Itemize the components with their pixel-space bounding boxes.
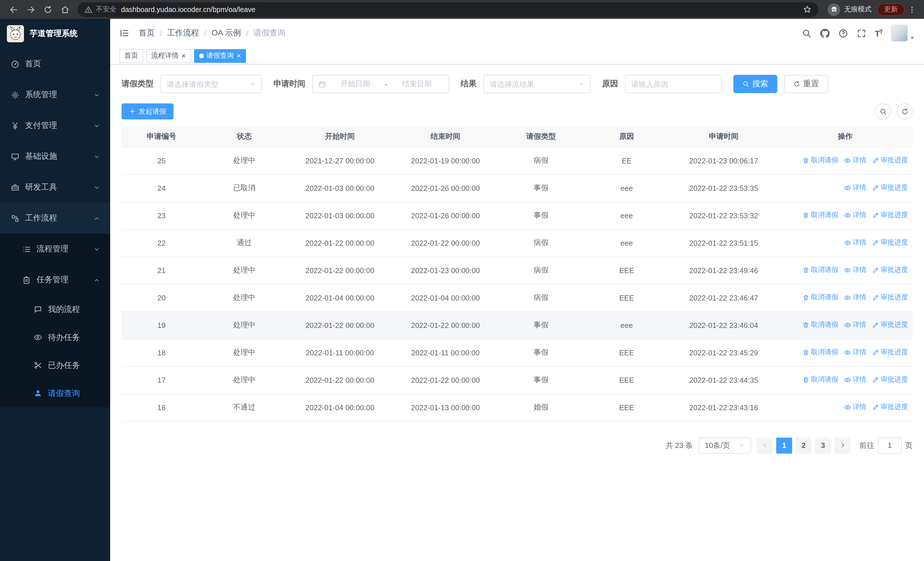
user-menu[interactable] bbox=[891, 24, 915, 42]
create-leave-label: 发起请假 bbox=[139, 107, 166, 116]
result-select-input[interactable] bbox=[490, 80, 576, 88]
action-progress-link[interactable]: 审批进度 bbox=[872, 293, 908, 302]
prev-page-button[interactable] bbox=[757, 437, 773, 453]
header-search-button[interactable] bbox=[802, 28, 811, 38]
start-date-placeholder[interactable]: 开始日期 bbox=[329, 79, 381, 89]
page-button-2[interactable]: 2 bbox=[796, 437, 812, 453]
action-detail-link[interactable]: 详情 bbox=[844, 211, 866, 220]
action-progress-link[interactable]: 审批进度 bbox=[872, 265, 908, 275]
cell-start-time: 2022-01-03 00:00:00 bbox=[287, 202, 393, 229]
action-detail-link[interactable]: 详情 bbox=[844, 375, 866, 385]
action-progress-link[interactable]: 审批进度 bbox=[872, 183, 908, 193]
security-chip[interactable]: 不安全 bbox=[84, 5, 116, 14]
page-size-value[interactable] bbox=[705, 441, 736, 450]
action-detail-link[interactable]: 详情 bbox=[844, 320, 866, 330]
tab-home[interactable]: 首页 bbox=[119, 49, 143, 63]
tab-close-icon[interactable]: × bbox=[237, 52, 241, 59]
browser-toolbar: 不安全 dashboard.yudao.iocoder.cn/bpm/oa/le… bbox=[0, 0, 924, 19]
page-size-select[interactable] bbox=[699, 437, 751, 453]
sidebar-item-done-tasks[interactable]: 已办任务 bbox=[0, 351, 110, 379]
reason-input[interactable] bbox=[631, 80, 716, 88]
page-button-1[interactable]: 1 bbox=[776, 437, 792, 453]
action-cancel-link[interactable]: 取消请假 bbox=[802, 320, 838, 330]
breadcrumb-workflow[interactable]: 工作流程 bbox=[167, 28, 199, 38]
cell-apply-id: 22 bbox=[122, 229, 201, 257]
sidebar-item-infrastructure[interactable]: 基础设施 bbox=[0, 141, 110, 172]
page-button-3[interactable]: 3 bbox=[815, 437, 831, 453]
reset-button[interactable]: 重置 bbox=[784, 75, 828, 93]
action-cancel-link[interactable]: 取消请假 bbox=[802, 156, 838, 165]
github-link[interactable] bbox=[820, 28, 830, 38]
goto-page-input[interactable] bbox=[878, 437, 902, 453]
action-label: 审批进度 bbox=[880, 211, 908, 220]
sidebar-item-todo-tasks[interactable]: 待办任务 bbox=[0, 323, 110, 351]
action-cancel-link[interactable]: 取消请假 bbox=[802, 375, 838, 385]
action-detail-link[interactable]: 详情 bbox=[844, 183, 866, 193]
sidebar-menu: 首页 系统管理 支付管理 基础设施 bbox=[0, 48, 110, 407]
browser-forward-button[interactable] bbox=[23, 2, 39, 17]
fullscreen-button[interactable] bbox=[856, 28, 866, 38]
browser-update-button[interactable]: 更新 bbox=[877, 3, 904, 16]
table-row: 18 处理中 2022-01-11 00:00:00 2022-01-11 00… bbox=[122, 339, 913, 366]
action-detail-link[interactable]: 详情 bbox=[844, 347, 866, 357]
next-page-button[interactable] bbox=[834, 437, 850, 453]
breadcrumb-oa-example[interactable]: OA 示例 bbox=[212, 28, 241, 38]
app-logo[interactable]: 芋道管理系统 bbox=[0, 19, 110, 48]
action-detail-link[interactable]: 详情 bbox=[844, 265, 866, 275]
action-cancel-link[interactable]: 取消请假 bbox=[802, 347, 838, 357]
end-date-placeholder[interactable]: 结束日期 bbox=[391, 79, 443, 89]
action-progress-link[interactable]: 审批进度 bbox=[872, 156, 908, 165]
action-progress-link[interactable]: 审批进度 bbox=[872, 211, 908, 220]
action-cancel-link[interactable]: 取消请假 bbox=[802, 265, 838, 275]
sidebar-item-task-management[interactable]: 任务管理 bbox=[0, 265, 110, 295]
action-progress-link[interactable]: 审批进度 bbox=[872, 375, 908, 385]
cell-apply-time: 2022-01-22 23:43:16 bbox=[669, 394, 778, 421]
eye-icon bbox=[844, 349, 851, 356]
action-progress-link[interactable]: 审批进度 bbox=[872, 403, 908, 412]
sidebar-item-home[interactable]: 首页 bbox=[0, 48, 110, 80]
cell-leave-type: 病假 bbox=[498, 147, 584, 174]
leave-type-select[interactable] bbox=[160, 75, 262, 93]
action-detail-link[interactable]: 详情 bbox=[844, 403, 866, 412]
sidebar-item-system-management[interactable]: 系统管理 bbox=[0, 80, 110, 110]
result-select[interactable] bbox=[483, 75, 591, 93]
sidebar-item-workflow[interactable]: 工作流程 bbox=[0, 203, 110, 234]
action-cancel-link[interactable]: 取消请假 bbox=[802, 211, 838, 220]
action-detail-link[interactable]: 详情 bbox=[844, 238, 866, 248]
browser-reload-button[interactable] bbox=[40, 2, 56, 17]
tab-close-icon[interactable]: × bbox=[182, 52, 186, 59]
sidebar-item-leave-query[interactable]: 请假查询 bbox=[0, 379, 110, 407]
header-start-time: 开始时间 bbox=[287, 126, 393, 147]
tab-process-detail[interactable]: 流程详情 × bbox=[146, 49, 191, 63]
toggle-search-button[interactable] bbox=[875, 104, 891, 119]
search-button[interactable]: 搜索 bbox=[734, 75, 777, 93]
action-detail-link[interactable]: 详情 bbox=[844, 156, 866, 165]
sidebar-item-process-management[interactable]: 流程管理 bbox=[0, 234, 110, 265]
browser-back-button[interactable] bbox=[6, 2, 22, 17]
tab-leave-query[interactable]: 请假查询 × bbox=[194, 49, 246, 63]
refresh-table-button[interactable] bbox=[897, 104, 913, 119]
sidebar-item-my-processes[interactable]: 我的流程 bbox=[0, 295, 110, 323]
action-progress-link[interactable]: 审批进度 bbox=[872, 320, 908, 330]
action-detail-link[interactable]: 详情 bbox=[844, 293, 866, 302]
address-bar[interactable]: 不安全 dashboard.yudao.iocoder.cn/bpm/oa/le… bbox=[78, 2, 818, 17]
breadcrumb-home[interactable]: 首页 bbox=[139, 28, 154, 38]
browser-home-button[interactable] bbox=[57, 2, 73, 17]
action-progress-link[interactable]: 审批进度 bbox=[872, 238, 908, 248]
font-size-button[interactable]: TT bbox=[874, 28, 882, 38]
action-cancel-link[interactable]: 取消请假 bbox=[802, 293, 838, 302]
sidebar-item-dev-tools[interactable]: 研发工具 bbox=[0, 172, 110, 203]
action-label: 详情 bbox=[853, 375, 866, 385]
create-leave-button[interactable]: 发起请假 bbox=[122, 104, 174, 119]
apply-time-range-picker[interactable]: 开始日期 - 结束日期 bbox=[312, 75, 449, 93]
sidebar-toggle-button[interactable] bbox=[119, 28, 129, 38]
help-button[interactable] bbox=[838, 28, 848, 38]
incognito-badge[interactable]: 无痕模式 bbox=[823, 3, 876, 16]
bookmark-star-icon[interactable] bbox=[803, 5, 812, 14]
sidebar-item-payment-management[interactable]: 支付管理 bbox=[0, 110, 110, 141]
sidebar-item-label: 待办任务 bbox=[48, 332, 100, 343]
leave-type-select-input[interactable] bbox=[166, 80, 247, 88]
browser-menu-button[interactable] bbox=[906, 5, 918, 14]
trash-icon bbox=[802, 157, 809, 164]
action-progress-link[interactable]: 审批进度 bbox=[872, 347, 908, 357]
